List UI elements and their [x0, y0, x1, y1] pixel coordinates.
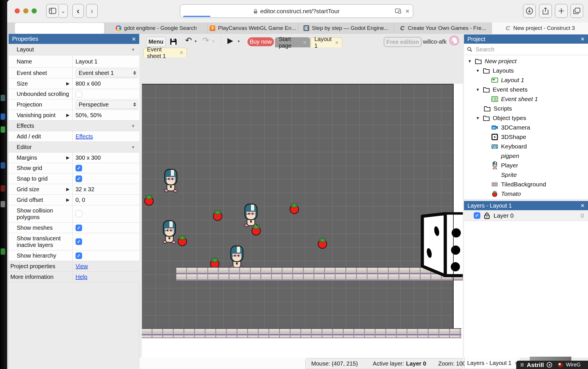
dock-icon[interactable]: [1, 248, 5, 255]
tree-item-3dshape[interactable]: 3DShape: [464, 132, 588, 142]
preview-menu-button[interactable]: ▾: [238, 39, 240, 43]
collapse-icon[interactable]: ▼: [131, 47, 135, 52]
sidebar-toggle-button[interactable]: [46, 4, 59, 18]
properties-panel-header[interactable]: Properties ×: [9, 34, 139, 44]
expand-icon[interactable]: ▶: [66, 113, 69, 117]
expand-icon[interactable]: ▶: [66, 155, 69, 160]
undo-button[interactable]: ↶: [185, 36, 192, 45]
browser-tab-playcanvas[interactable]: PlayCanvas WebGL Game En...: [207, 22, 298, 34]
sidebar-menu-button[interactable]: ⌄: [59, 4, 68, 18]
property-value[interactable]: 0, 0: [76, 197, 85, 203]
astrill-overlay[interactable]: ≡ Astrill ★ WireG: [516, 361, 588, 369]
effects-link[interactable]: Effects: [76, 133, 93, 140]
tree-item-object-types[interactable]: ▼ Object types: [464, 113, 588, 123]
expand-icon[interactable]: ▶: [66, 81, 69, 86]
help-link[interactable]: Help: [76, 274, 87, 280]
tree-item-new-project[interactable]: ▼ New project: [464, 56, 588, 66]
tree-item-player[interactable]: Player: [464, 161, 588, 170]
checkbox-checked[interactable]: ✓: [76, 225, 82, 231]
redo-menu-button[interactable]: ▾: [212, 39, 214, 43]
preview-button[interactable]: ▶: [227, 37, 233, 44]
checkbox-unchecked[interactable]: [76, 91, 82, 97]
layer-row[interactable]: ✓ Layer 0 0: [464, 210, 588, 221]
close-window-button[interactable]: [15, 8, 20, 13]
tree-item-keyboard[interactable]: Keyboard: [464, 142, 588, 151]
layers-panel-header[interactable]: Layers - Layout 1 ×: [464, 201, 588, 210]
browser-tab-google[interactable]: gdot engibne - Google Search: [105, 22, 207, 34]
username[interactable]: willco-afk: [423, 38, 446, 46]
checkbox-unchecked[interactable]: [76, 210, 82, 217]
tab-start-page[interactable]: Start page ×: [275, 37, 310, 47]
tab-layout-1[interactable]: Layout 1 ×: [311, 37, 342, 47]
dock-icon[interactable]: [1, 162, 5, 169]
avatar[interactable]: [449, 36, 459, 45]
collapse-icon[interactable]: ▼: [131, 145, 135, 150]
sprite-tomato[interactable]: [250, 224, 262, 236]
close-icon[interactable]: ×: [581, 202, 585, 209]
tree-item-3dcamera[interactable]: 3DCamera: [464, 123, 588, 132]
project-panel-header[interactable]: Project ×: [464, 34, 588, 44]
tree-item-sprite[interactable]: Sprite: [464, 170, 588, 179]
close-tab-icon[interactable]: ×: [303, 39, 306, 46]
sprite-tomato[interactable]: [177, 234, 188, 246]
forward-button[interactable]: ›: [86, 4, 98, 18]
sprite-tomato[interactable]: [289, 202, 300, 214]
sprite-tomato[interactable]: [317, 237, 328, 249]
sprite-player[interactable]: [163, 169, 179, 193]
browser-tab-construct-courses[interactable]: C Create Your Own Games - Fre...: [394, 22, 492, 34]
collapse-icon[interactable]: ▼: [131, 123, 135, 128]
tree-item-layout-1[interactable]: Layout 1: [464, 75, 588, 85]
sprite-tomato[interactable]: [143, 194, 155, 206]
property-value[interactable]: 300 x 300: [76, 154, 101, 161]
checkbox-checked[interactable]: ✓: [76, 165, 82, 171]
sprite-tomato[interactable]: [212, 209, 223, 221]
disclosure-icon[interactable]: ▼: [475, 87, 480, 92]
property-section-editor[interactable]: Editor ▼: [9, 142, 139, 152]
checkbox-checked[interactable]: ✓: [76, 175, 82, 182]
tree-item-layouts[interactable]: ▼ Layouts: [464, 66, 588, 75]
property-section-effects[interactable]: Effects ▼: [9, 121, 139, 131]
close-tab-icon[interactable]: ×: [335, 39, 339, 46]
tree-item-pigpen[interactable]: pigpen: [464, 151, 588, 161]
page-settings-icon[interactable]: [395, 9, 401, 14]
sprite-player[interactable]: [162, 220, 177, 244]
expand-icon[interactable]: ▶: [66, 197, 69, 202]
downloads-button[interactable]: [523, 4, 536, 18]
browser-tab-construct3-active[interactable]: C New project - Construct 3: [492, 22, 588, 34]
sprite-player[interactable]: [229, 245, 245, 269]
tree-item-scripts[interactable]: Scripts: [464, 104, 588, 113]
property-value[interactable]: 800 x 600: [76, 80, 101, 87]
property-value[interactable]: 50%, 50%: [76, 112, 102, 119]
checkbox-checked[interactable]: ✓: [76, 238, 82, 245]
layout-view[interactable]: [142, 84, 463, 358]
tree-item-event-sheets[interactable]: ▼ Event sheets: [464, 85, 588, 94]
undo-menu-button[interactable]: ▾: [195, 39, 197, 43]
dock-icon[interactable]: [1, 185, 5, 192]
tree-item-tomato[interactable]: Tomato: [464, 189, 588, 198]
property-section-layout[interactable]: Layout ▼: [9, 44, 139, 55]
checkbox-checked[interactable]: ✓: [76, 252, 82, 259]
search-input[interactable]: [475, 46, 571, 53]
view-link[interactable]: View: [76, 263, 88, 270]
close-icon[interactable]: ×: [581, 36, 585, 42]
expand-icon[interactable]: ▶: [66, 187, 69, 192]
stop-loading-icon[interactable]: ×: [405, 7, 409, 15]
menu-button[interactable]: Menu: [146, 37, 166, 47]
disclosure-icon[interactable]: ▼: [475, 116, 480, 120]
close-icon[interactable]: ×: [132, 36, 136, 42]
browser-tab-blank[interactable]: [15, 23, 104, 34]
close-tab-icon[interactable]: ×: [180, 49, 183, 56]
3dshape-dice[interactable]: [420, 212, 463, 277]
tree-item-tiledbackground[interactable]: TiledBackground: [464, 179, 588, 189]
projection-dropdown[interactable]: Perspective: [76, 100, 138, 109]
buy-now-button[interactable]: Buy now: [247, 37, 274, 46]
disclosure-icon[interactable]: ▼: [467, 59, 472, 63]
hamburger-icon[interactable]: ≡: [520, 361, 524, 369]
back-button[interactable]: ‹: [72, 4, 84, 18]
dock-icon[interactable]: [1, 201, 5, 207]
share-button[interactable]: [539, 4, 552, 18]
layers-bottom-tab[interactable]: Layers - Layout 1 ×: [465, 358, 520, 369]
dock-icon[interactable]: [1, 126, 5, 133]
new-tab-button[interactable]: [555, 4, 568, 18]
address-bar[interactable]: editor.construct.net/?startTour ×: [180, 4, 413, 18]
